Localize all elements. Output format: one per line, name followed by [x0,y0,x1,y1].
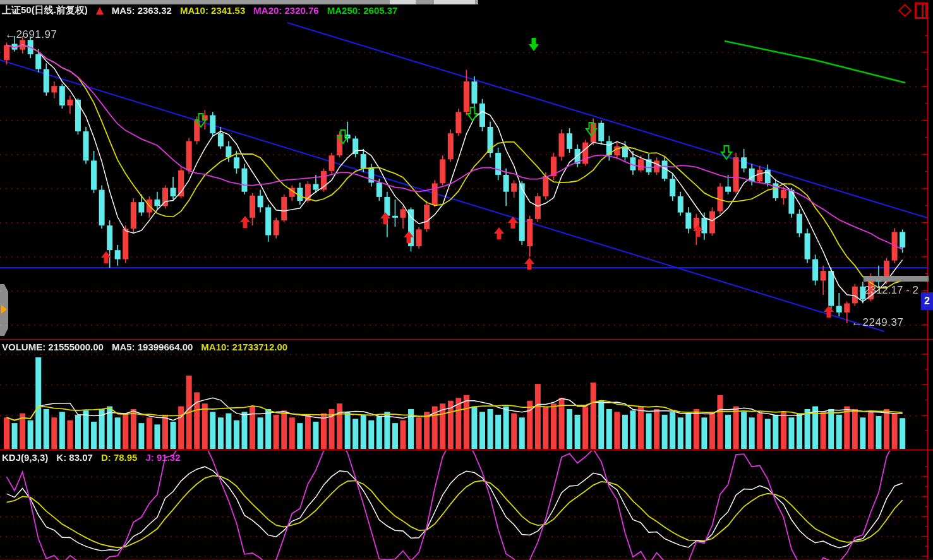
volume-value[interactable]: VOLUME: 21555000.00 [2,342,104,352]
chart-window: 上证50(日线.前复权) MA5: 2363.32 MA10: 2341.53 … [0,0,933,560]
measure-highlight-bar [864,276,929,282]
volume-pane-header: VOLUME: 21555000.00 MA5: 19399664.00 MA1… [2,342,287,352]
kdj-name[interactable]: KDJ(9,3,3) [2,452,48,463]
strip-segment [390,0,416,4]
kdj-pane-header: KDJ(9,3,3) K: 83.07 D: 78.95 J: 91.32 [2,452,181,463]
measure-range-label: 2312.17 - 2 [864,284,927,297]
split-window-bar [922,4,924,17]
symbol-title: 上证50(日线.前复权) [2,4,88,16]
low-price-label: ←2249.37 [852,316,903,329]
chart-canvas[interactable] [0,0,933,560]
kdj-k-value: K: 83.07 [56,452,93,463]
background-window-strip [0,0,478,4]
kdj-d-value: D: 78.95 [101,452,138,463]
panel-collapse-handle[interactable] [0,284,8,336]
axis-price-badge: 2 [921,292,933,310]
main-chart-header: 上证50(日线.前复权) MA5: 2363.32 MA10: 2341.53 … [2,4,397,16]
ma250-value[interactable]: MA250: 2605.37 [327,5,398,16]
panel-expand-arrow-icon [1,305,7,314]
strip-segment [434,0,475,4]
volume-ma5-value[interactable]: MA5: 19399664.00 [112,342,193,352]
ma10-value[interactable]: MA10: 2341.53 [180,5,245,16]
volume-ma10-value[interactable]: MA10: 21733712.00 [201,342,287,352]
high-price-label: ←2691.97 [5,28,57,41]
kdj-j-value: J: 91.32 [145,452,180,463]
split-window-icon[interactable] [915,3,927,19]
red-up-arrow-icon [96,7,104,15]
ma5-value[interactable]: MA5: 2363.32 [112,5,172,16]
ma20-value[interactable]: MA20: 2320.76 [253,5,318,16]
